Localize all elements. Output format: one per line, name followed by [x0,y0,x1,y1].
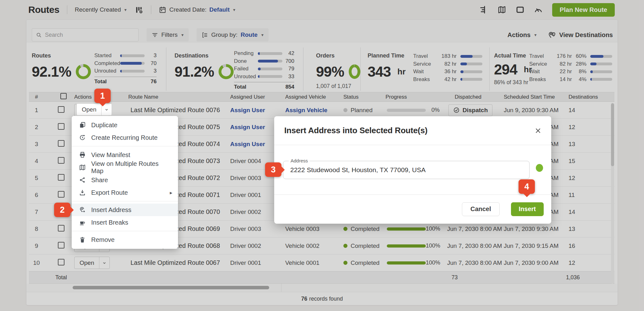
share-icon [79,177,86,183]
address-input[interactable] [283,166,529,174]
cancel-button[interactable]: Cancel [462,202,500,216]
menu-item-insert-breaks[interactable]: Insert Breaks [72,216,178,229]
address-field[interactable]: Address [283,161,530,179]
submenu-arrow-icon: ▸ [170,190,172,196]
modal-footer: Cancel Insert [274,194,551,223]
duplicate-icon [79,122,86,128]
menu-item-label: Duplicate [91,122,117,129]
menu-item-insert-address[interactable]: Insert Address [72,204,178,216]
menu-item-view-on-multiple-routes-map[interactable]: View on Multiple Routes Map [72,161,178,174]
open-route-button-active[interactable]: Open [76,103,112,116]
menu-item-duplicate[interactable]: Duplicate [72,119,178,131]
menu-item-label: View Manifest [91,151,130,159]
annotation-badge-2: 2 [54,203,70,217]
menu-item-view-manifest[interactable]: View Manifest [72,149,178,161]
geocode-status-dot [536,164,543,172]
insert-button[interactable]: Insert [511,202,544,216]
menu-item-export-route[interactable]: Export Route▸ [72,186,178,199]
map-icon [79,164,86,171]
printer-icon [79,151,86,158]
modal-body: Address [274,145,551,194]
annotation-badge-1: 1 [94,89,111,103]
coffee-icon [79,219,86,226]
annotation-badge-3: 3 [265,162,281,177]
menu-item-create-recurring-route[interactable]: Create Recurring Route [72,131,178,144]
address-field-label: Address [289,158,310,163]
modal-header: Insert Address into Selected Route(s) [274,116,551,145]
menu-item-label: Create Recurring Route [91,134,158,141]
route-actions-context-menu: DuplicateCreate Recurring RouteView Mani… [72,116,178,249]
annotation-badge-4: 4 [519,179,535,194]
menu-divider [72,231,178,231]
close-icon[interactable] [534,127,542,134]
modal-title: Insert Address into Selected Route(s) [284,126,427,135]
menu-item-label: Share [91,177,108,184]
open-label: Open [77,104,101,115]
menu-item-share[interactable]: Share [72,174,178,186]
menu-divider [72,201,178,201]
pin-plus-icon [79,206,86,213]
menu-item-label: View on Multiple Routes Map [91,160,172,175]
menu-divider [72,146,178,146]
recurring-icon [79,134,86,141]
menu-item-label: Insert Address [91,206,131,214]
menu-item-label: Export Route [91,189,128,196]
insert-address-modal: Insert Address into Selected Route(s) Ad… [274,116,551,224]
menu-item-label: Remove [91,236,114,243]
trash-icon [79,236,86,243]
menu-item-remove[interactable]: Remove [72,233,178,246]
menu-item-label: Insert Breaks [91,219,128,226]
download-icon [79,189,86,196]
